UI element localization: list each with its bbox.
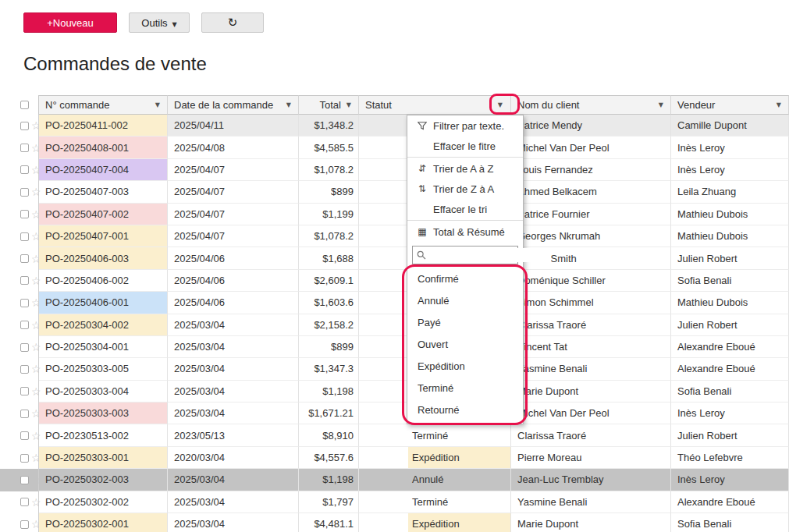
cell-client: Doménique Schiller — [511, 270, 671, 292]
table-row[interactable]: ☆PO-20250406-0032025/04/06$1,688Wilson S… — [0, 247, 789, 269]
column-header-order[interactable]: N° commande▼ — [39, 95, 168, 115]
cell-total: $899 — [299, 336, 359, 358]
row-checkbox[interactable] — [20, 476, 29, 484]
table-row[interactable]: ☆PO-20250411-0022025/04/11$1,348.2Patric… — [0, 115, 789, 137]
menu-item-label: Filtrer par texte. — [433, 120, 504, 132]
cell-total: $1,198 — [299, 469, 359, 491]
cell-vendor: Sofia Benali — [671, 513, 789, 532]
cell-vendor: Julien Robert — [671, 314, 789, 336]
filter-dropdown-arrow-icon[interactable]: ▼ — [659, 101, 663, 108]
table-row[interactable]: ☆PO-20250302-0032025/03/04$1,198AnnuléJe… — [0, 469, 789, 491]
status-option-annul[interactable]: Annulé — [407, 290, 523, 312]
table-row[interactable]: ☆PO-20250304-0012025/03/04$899Vincent Ta… — [0, 336, 789, 358]
cell-total: $1,347.3 — [299, 358, 359, 380]
filter-dropdown-arrow-icon[interactable]: ▼ — [777, 101, 781, 108]
filter-dropdown-arrow-icon[interactable]: ▼ — [155, 101, 160, 108]
row-checkbox[interactable] — [20, 410, 29, 418]
row-checkbox[interactable] — [20, 210, 29, 218]
summary-grid-icon: ▦ — [417, 226, 428, 237]
cell-order: PO-20250304-002 — [39, 314, 168, 336]
status-option-exp-dition[interactable]: Expédition — [407, 356, 523, 378]
menu-item-effacer-le-fitre[interactable]: Effacer le fitre — [407, 136, 523, 156]
refresh-button[interactable]: ↻ — [201, 12, 264, 33]
table-row[interactable]: ☆PO-20250406-0012025/04/06$1,603.6Simon … — [0, 292, 789, 314]
select-all-checkbox[interactable] — [20, 101, 29, 109]
menu-item-filtrer-par-texte[interactable]: Filtrer par texte. — [407, 115, 523, 136]
row-gutter: ☆ — [0, 336, 39, 358]
status-option-confirm[interactable]: Confirmé — [407, 268, 523, 290]
filter-dropdown-arrow-icon[interactable]: ▼ — [498, 101, 503, 108]
menu-item-trier-de-z-a[interactable]: ⇅Trier de Z à A — [407, 179, 523, 199]
cell-order: PO-20250303-003 — [39, 403, 168, 424]
cell-date: 2025/03/04 — [168, 381, 299, 403]
row-checkbox[interactable] — [20, 122, 29, 130]
table-row[interactable]: ☆PO-20250407-0012025/04/07$1,078.2George… — [0, 225, 789, 247]
row-checkbox[interactable] — [20, 299, 29, 307]
table-row[interactable]: ☆PO-20250303-0012020/03/04$4,557.6Expédi… — [0, 447, 789, 469]
row-checkbox[interactable] — [20, 387, 29, 395]
tools-button[interactable]: Outils▼ — [129, 12, 190, 33]
new-button[interactable]: +Nouveau — [23, 12, 117, 33]
table-row[interactable]: ☆PO-20250303-0042025/03/04$1,198Marie Du… — [0, 381, 789, 403]
table-row[interactable]: ☆PO-20250408-0012025/04/08$4,585.5Michel… — [0, 137, 789, 158]
row-checkbox[interactable] — [20, 165, 29, 174]
row-checkbox[interactable] — [20, 431, 29, 440]
table-row[interactable]: ☆PO-20250407-0022025/04/07$1,199Patrice … — [0, 204, 789, 225]
column-header-client[interactable]: Nom du client▼ — [511, 95, 671, 115]
row-checkbox[interactable] — [20, 343, 29, 352]
row-checkbox[interactable] — [20, 498, 29, 506]
table-row[interactable]: ☆PO-20250303-0052025/03/04$1,347.3Yasmin… — [0, 358, 789, 380]
cell-order: PO-20230513-002 — [39, 424, 168, 446]
menu-item-label: Effacer le tri — [433, 204, 487, 215]
filter-dropdown-arrow-icon[interactable]: ▼ — [286, 101, 291, 108]
status-option-termin[interactable]: Terminé — [407, 378, 523, 399]
table-row[interactable]: ☆PO-20250407-0042025/04/07$1,078.2Louis … — [0, 159, 789, 181]
cell-total: $899 — [299, 181, 359, 203]
row-checkbox[interactable] — [20, 520, 29, 529]
status-option-ouvert[interactable]: Ouvert — [407, 334, 523, 356]
status-search-box[interactable] — [412, 246, 518, 264]
column-header-total[interactable]: Total▼ — [299, 95, 359, 115]
column-header-status[interactable]: Statut▼ — [359, 95, 511, 115]
column-header-date[interactable]: Date de la commande▼ — [168, 95, 299, 115]
row-checkbox[interactable] — [20, 365, 29, 374]
menu-item-trier-de-a-z[interactable]: ⇵Trier de A à Z — [407, 158, 523, 179]
row-checkbox[interactable] — [20, 276, 29, 285]
cell-client: Vincent Tat — [511, 336, 671, 358]
table-row[interactable]: ☆PO-20250406-0022025/04/06$2,609.1Doméni… — [0, 270, 789, 292]
row-checkbox[interactable] — [20, 188, 29, 197]
status-search-input[interactable] — [430, 248, 551, 262]
column-label: Nom du client — [517, 99, 579, 111]
row-checkbox[interactable] — [20, 321, 29, 329]
cell-client: Simon Schimmel — [511, 292, 671, 314]
row-checkbox[interactable] — [20, 454, 29, 463]
column-label: Vendeur — [677, 99, 715, 111]
menu-item-label: Effacer le fitre — [433, 140, 496, 152]
table-row[interactable]: ☆PO-20250303-0032025/03/04$1,671.21Miche… — [0, 403, 789, 424]
menu-item-total-r-sum[interactable]: ▦Total & Résumé — [407, 222, 523, 242]
table-row[interactable]: ☆PO-20250304-0022025/03/04$2,158.2Claris… — [0, 314, 789, 336]
table-row[interactable]: ☆PO-20250302-0022025/03/04$1,797TerminéY… — [0, 491, 789, 513]
cell-order: PO-20250304-001 — [39, 336, 168, 358]
row-checkbox[interactable] — [20, 144, 29, 152]
row-gutter: ☆ — [0, 358, 39, 380]
table-row[interactable]: ☆PO-20230513-0022023/05/13$8,910TerminéC… — [0, 424, 789, 446]
cell-date: 2025/04/08 — [168, 137, 299, 158]
cell-vendor: Mathieu Dubois — [671, 292, 789, 314]
table-row[interactable]: ☆PO-20250302-0012025/03/04$4,481.1Expédi… — [0, 513, 789, 532]
status-option-pay[interactable]: Payé — [407, 312, 523, 334]
cell-total: $4,557.6 — [299, 447, 359, 469]
row-checkbox[interactable] — [20, 254, 29, 263]
cell-client: Yasmine Benali — [511, 491, 671, 513]
cell-order: PO-20250302-002 — [39, 491, 168, 513]
row-gutter: ☆ — [0, 491, 39, 513]
cell-vendor: Inès Leroy — [671, 137, 789, 158]
filter-dropdown-arrow-icon[interactable]: ▼ — [347, 101, 351, 108]
row-checkbox[interactable] — [20, 232, 29, 241]
column-header-vendor[interactable]: Vendeur▼ — [671, 95, 789, 115]
table-row[interactable]: ☆PO-20250407-0032025/04/07$899Ahmed Belk… — [0, 181, 789, 203]
cell-client: Patrice Mendy — [511, 115, 671, 137]
status-option-retourn[interactable]: Retourné — [407, 399, 523, 421]
cell-date: 2025/04/07 — [168, 204, 299, 225]
menu-item-effacer-le-tri[interactable]: Effacer le tri — [407, 199, 523, 219]
